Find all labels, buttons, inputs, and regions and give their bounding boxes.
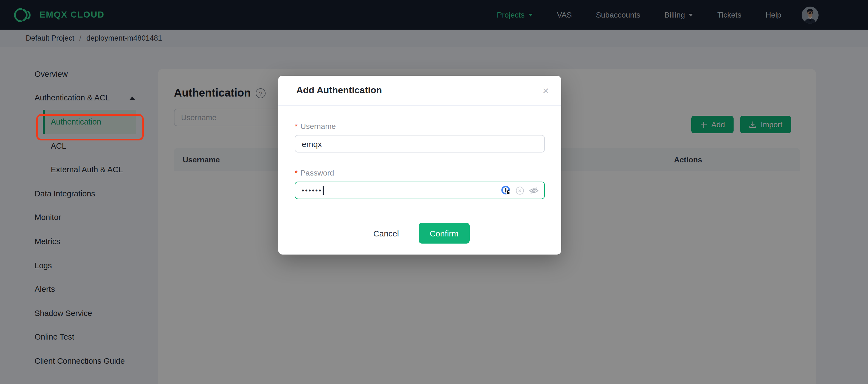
- close-icon[interactable]: ✕: [542, 86, 549, 95]
- password-field[interactable]: ••••••: [294, 182, 545, 199]
- text-cursor: [322, 186, 323, 195]
- cancel-button[interactable]: Cancel: [370, 228, 402, 238]
- username-field[interactable]: [294, 135, 545, 153]
- required-asterisk: *: [294, 122, 298, 131]
- required-asterisk: *: [294, 168, 298, 177]
- password-masked-value: ••••••: [302, 187, 322, 194]
- toggle-password-visibility-icon[interactable]: [529, 186, 539, 194]
- confirm-button[interactable]: Confirm: [418, 223, 469, 244]
- username-field-label: * Username: [294, 122, 545, 131]
- emqx-cloud-console: EMQX CLOUD Projects VAS Subaccounts Bill…: [0, 0, 868, 384]
- add-authentication-dialog: Add Authentication ✕ * Username * Passwo…: [278, 76, 561, 255]
- password-manager-icon[interactable]: [501, 185, 511, 195]
- password-field-label: * Password: [294, 168, 545, 177]
- clear-input-icon[interactable]: [516, 186, 524, 194]
- dialog-title: Add Authentication: [296, 85, 542, 96]
